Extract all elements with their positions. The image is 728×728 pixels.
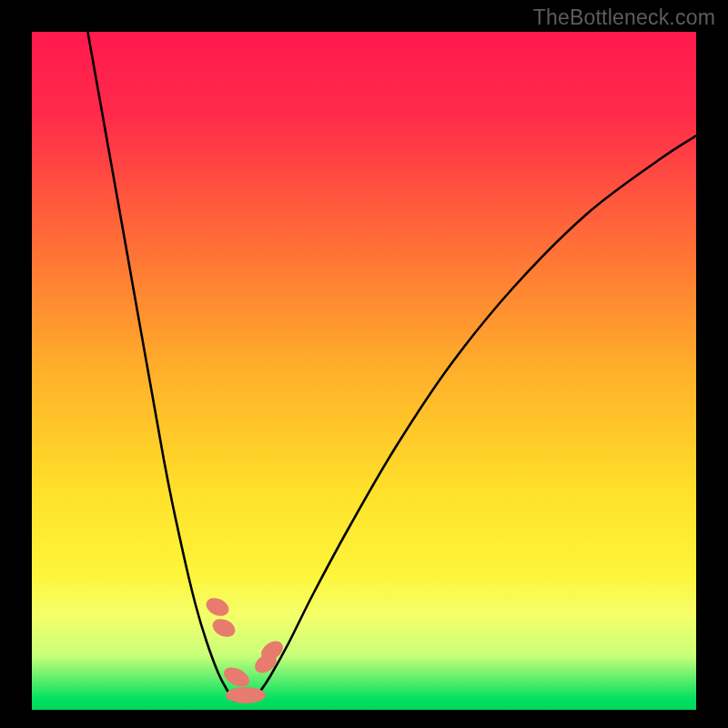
svg-rect-0: [32, 32, 696, 710]
chart-background-gradient: [32, 32, 696, 710]
watermark-text: TheBottleneck.com: [533, 5, 715, 30]
chart-frame: [32, 32, 696, 710]
